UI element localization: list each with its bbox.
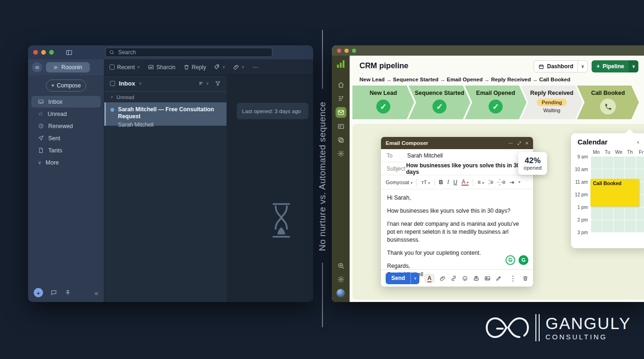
sort-button[interactable]: ∨ bbox=[198, 80, 209, 86]
drive-icon[interactable] bbox=[473, 275, 479, 281]
minimize-traffic-light[interactable] bbox=[344, 49, 349, 53]
divider-line-bottom bbox=[322, 263, 323, 327]
font-size-button[interactable]: ᴛT ▾ bbox=[421, 180, 430, 185]
bold-button[interactable]: B bbox=[439, 179, 443, 186]
close-traffic-light[interactable] bbox=[33, 50, 38, 55]
sidebar-item-unread[interactable]: ☆ Unread bbox=[31, 108, 101, 120]
gc-infinity-icon bbox=[484, 315, 531, 341]
search-input[interactable] bbox=[117, 49, 269, 56]
recent-dropdown[interactable]: Recent ∨ bbox=[110, 64, 140, 71]
insert-photo-icon[interactable] bbox=[484, 275, 490, 281]
formatting-toggle-button[interactable]: A bbox=[424, 274, 434, 282]
collapse-sidebar-button[interactable]: « bbox=[95, 289, 98, 297]
send-button[interactable]: Send ∨ bbox=[386, 273, 419, 284]
sharcin-button[interactable]: Sharcin bbox=[148, 64, 176, 71]
select-all-checkbox[interactable] bbox=[110, 81, 115, 86]
stage-sequence-started[interactable]: Sequence Started ✓ bbox=[409, 86, 470, 119]
composer-footer: Send ∨ A ⋮ bbox=[381, 269, 533, 287]
emoji-icon[interactable] bbox=[462, 275, 468, 281]
indent-button[interactable]: ⇥ bbox=[510, 179, 514, 186]
reply-button[interactable]: Reply bbox=[183, 64, 206, 71]
stage-email-opened[interactable]: Email Opened ✓ bbox=[465, 86, 527, 119]
tag-dropdown[interactable]: ∨ bbox=[214, 64, 225, 70]
select-checkbox[interactable] bbox=[110, 65, 115, 70]
crm-left-rail bbox=[332, 56, 350, 302]
subject-value: How businesses like yours solve this in … bbox=[406, 162, 527, 175]
clock-icon bbox=[38, 123, 44, 129]
sidebar-item-renewed[interactable]: Renewed bbox=[31, 120, 101, 132]
account-button[interactable]: Rooonin bbox=[46, 62, 90, 72]
copy-icon[interactable] bbox=[337, 136, 344, 144]
sidebar-item-more[interactable]: ∨ More bbox=[31, 157, 101, 168]
zoom-in-icon[interactable] bbox=[337, 262, 344, 269]
chevron-down-icon[interactable]: ∨ bbox=[629, 60, 638, 72]
attach-file-icon[interactable] bbox=[439, 275, 446, 281]
card-icon[interactable] bbox=[337, 123, 344, 130]
chevron-down-icon[interactable]: ∨ bbox=[139, 81, 142, 86]
more-formats-button[interactable]: ▾ bbox=[519, 180, 520, 184]
numbered-list-button[interactable]: ⁛≡ bbox=[498, 179, 505, 186]
sidebar-item-inbox[interactable]: Inbox bbox=[31, 96, 101, 108]
close-traffic-light[interactable] bbox=[337, 49, 341, 53]
to-row[interactable]: To Sarah Mitchell bbox=[381, 149, 533, 162]
pending-badge: Pending bbox=[537, 99, 566, 106]
maximize-traffic-light[interactable] bbox=[49, 50, 54, 55]
pin-icon[interactable] bbox=[65, 289, 71, 296]
signature-pen-icon[interactable] bbox=[496, 275, 502, 281]
menu-button[interactable] bbox=[32, 62, 42, 72]
text-color-button[interactable]: A ▾ bbox=[461, 179, 468, 186]
sidebar-item-sent[interactable]: Sent bbox=[31, 132, 101, 144]
attach-dropdown[interactable]: ∨ bbox=[233, 64, 244, 70]
add-button[interactable]: + bbox=[34, 288, 43, 297]
chevron-down-icon[interactable]: ∨ bbox=[578, 61, 588, 72]
calendar-event[interactable]: Call Booked bbox=[591, 179, 639, 207]
more-button[interactable]: ⋯ bbox=[252, 64, 258, 71]
more-options-icon[interactable]: ⋮ bbox=[509, 274, 517, 283]
gear-icon[interactable] bbox=[337, 276, 344, 283]
stage-new-lead[interactable]: New Lead ✓ bbox=[352, 86, 414, 119]
minimize-traffic-light[interactable] bbox=[41, 50, 46, 55]
font-select[interactable]: Gomyosat ▾ bbox=[386, 180, 412, 185]
align-button[interactable]: ≡ ▾ bbox=[477, 179, 484, 186]
send-icon bbox=[38, 135, 44, 141]
chevron-down-icon: ∨ bbox=[38, 160, 41, 165]
email-list-item[interactable]: Sarah Mitchell — Free Consultation Reque… bbox=[104, 102, 227, 126]
maximize-traffic-light[interactable] bbox=[352, 49, 356, 53]
minimize-icon[interactable]: — bbox=[509, 141, 513, 145]
email-body[interactable]: Hi Sarah, How businesses like yours solv… bbox=[381, 189, 533, 268]
sidebar-toggle-icon[interactable] bbox=[66, 49, 73, 56]
avatar[interactable] bbox=[337, 289, 345, 297]
underline-button[interactable]: U bbox=[454, 179, 458, 186]
send-options-caret[interactable]: ∨ bbox=[410, 273, 419, 284]
dashboard-button[interactable]: Dashbord ∨ bbox=[534, 60, 588, 72]
chat-icon[interactable] bbox=[51, 289, 57, 296]
home-icon[interactable] bbox=[337, 81, 344, 88]
close-icon[interactable]: × bbox=[526, 140, 528, 146]
compose-button[interactable]: + Compose bbox=[46, 79, 86, 92]
grammarly-icon[interactable]: G bbox=[505, 255, 515, 265]
check-icon: ✓ bbox=[376, 100, 390, 114]
search-bar[interactable] bbox=[105, 48, 272, 57]
unread-group-header[interactable]: ∨ Unread bbox=[104, 92, 227, 102]
stage-reply-received[interactable]: Reply Received Pending Walting bbox=[521, 86, 583, 119]
new-pipeline-button[interactable]: + Pipeline ∨ bbox=[592, 60, 638, 72]
bullet-list-button[interactable]: ⁚≡ bbox=[488, 179, 493, 186]
insert-link-icon[interactable] bbox=[451, 275, 457, 281]
filter-button[interactable] bbox=[215, 80, 221, 86]
discard-trash-icon[interactable] bbox=[522, 275, 528, 281]
grammarly-icon[interactable]: G bbox=[519, 255, 528, 265]
settings-icon[interactable] bbox=[337, 150, 344, 157]
composer-titlebar[interactable]: Email Composer — × bbox=[381, 137, 533, 149]
calendar-grid[interactable]: 9 am 10 am 11 am 12 pm 1 pm 2 pm 3 pm Ca… bbox=[591, 156, 644, 232]
subject-row[interactable]: Subject How businesses like yours solve … bbox=[381, 162, 533, 175]
calendar-prev-button[interactable]: ‹ bbox=[637, 138, 639, 145]
sidebar-item-tants[interactable]: Tants bbox=[31, 144, 101, 156]
pipeline-stages: New Lead ✓ Sequence Started ✓ Email Open… bbox=[352, 86, 639, 119]
open-rate-badge: 42% opened bbox=[518, 152, 547, 175]
sequence-icon[interactable] bbox=[337, 95, 344, 102]
expand-icon[interactable] bbox=[517, 141, 521, 145]
mail-nav-icon[interactable] bbox=[336, 107, 346, 118]
app-logo-icon bbox=[337, 60, 344, 68]
stage-call-booked[interactable]: Call Booked bbox=[577, 86, 639, 119]
italic-button[interactable]: I bbox=[447, 179, 449, 186]
